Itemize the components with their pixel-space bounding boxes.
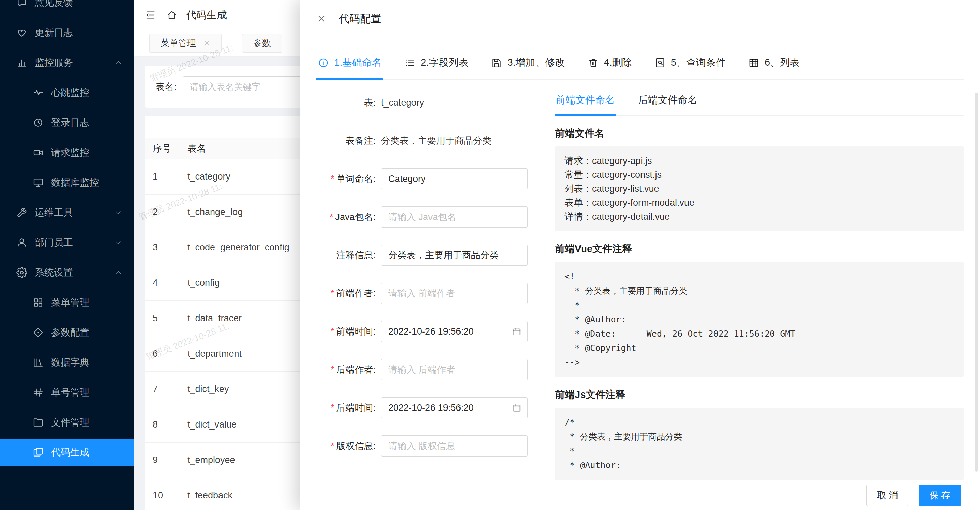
step-tab-label: 1.基础命名 bbox=[334, 56, 382, 70]
table-remark-label: 表备注: bbox=[345, 135, 375, 147]
required-mark: * bbox=[329, 212, 333, 222]
preview-tab-0[interactable]: 前端文件命名 bbox=[555, 92, 616, 115]
changelog-heart-icon bbox=[16, 27, 27, 38]
backend-time-input[interactable] bbox=[381, 397, 528, 418]
preview-line: * @Author: bbox=[565, 312, 954, 327]
backend-author-input[interactable] bbox=[381, 359, 528, 380]
sidebar-item-file-manage[interactable]: 文件管理 bbox=[0, 409, 134, 436]
step-tab-label: 3.增加、修改 bbox=[507, 56, 565, 70]
step-tab-1[interactable]: 1.基础命名 bbox=[316, 51, 383, 79]
heartbeat-icon bbox=[33, 87, 44, 98]
workspace-tab-label: 参数 bbox=[253, 37, 271, 49]
sidebar-item-monitor-service[interactable]: 监控服务 bbox=[0, 49, 134, 76]
login-log-icon bbox=[33, 117, 44, 128]
sidebar-item-login-log[interactable]: 登录日志 bbox=[0, 109, 134, 136]
sidebar-item-label: 运维工具 bbox=[35, 206, 73, 219]
preview-section-box: <!-- * 分类表，主要用于商品分类 * * @Author: * @Date… bbox=[555, 262, 964, 377]
row-index-cell: 2 bbox=[145, 194, 179, 230]
home-icon[interactable] bbox=[166, 10, 177, 21]
sidebar-item-label: 系统设置 bbox=[35, 266, 73, 279]
sidebar-item-feedback[interactable]: 意见反馈 bbox=[0, 0, 134, 16]
save-button[interactable]: 保 存 bbox=[919, 485, 961, 506]
code-generate-icon bbox=[33, 447, 44, 458]
preview-line: 详情：category-detail.vue bbox=[565, 210, 954, 224]
sidebar-item-changelog-heart[interactable]: 更新日志 bbox=[0, 19, 134, 46]
frontend-author-input[interactable] bbox=[381, 283, 528, 304]
form-row-backend-author: *后端作者: bbox=[316, 359, 528, 380]
step-tab-5[interactable]: 5、查询条件 bbox=[653, 51, 727, 79]
table-label: 表: bbox=[364, 97, 375, 109]
drawer-body: 1.基础命名2.字段列表3.增加、修改4.删除5、查询条件6、列表 表:t_ca… bbox=[300, 38, 980, 480]
chevron-down-icon bbox=[115, 209, 122, 216]
chevron-up-icon bbox=[115, 59, 122, 67]
database-monitor-icon bbox=[33, 177, 44, 188]
sidebar-item-settings-gear[interactable]: 系统设置 bbox=[0, 259, 134, 286]
copyright-info-input[interactable] bbox=[381, 435, 528, 456]
row-index-cell: 3 bbox=[145, 230, 179, 265]
preview-line: * @Copyright bbox=[565, 341, 954, 355]
row-index-cell: 9 bbox=[145, 442, 179, 478]
table-remark-row: 表备注:分类表，主要用于商品分类 bbox=[316, 130, 528, 151]
sidebar-item-code-generate[interactable]: 代码生成 bbox=[0, 439, 134, 466]
menu-manage-icon bbox=[33, 297, 44, 308]
sidebar-item-data-dict[interactable]: 数据字典 bbox=[0, 349, 134, 376]
workspace-tab[interactable]: 参数 bbox=[242, 34, 282, 53]
sidebar-item-request-monitor[interactable]: 请求监控 bbox=[0, 139, 134, 166]
table-remark-value: 分类表，主要用于商品分类 bbox=[381, 135, 492, 147]
sidebar-item-label: 数据库监控 bbox=[51, 176, 99, 189]
sidebar-item-heartbeat[interactable]: 心跳监控 bbox=[0, 79, 134, 106]
field-label: 单词命名: bbox=[336, 173, 375, 185]
sidebar-item-serial-number[interactable]: 单号管理 bbox=[0, 379, 134, 406]
menu-collapse-icon[interactable] bbox=[145, 10, 156, 21]
tab-close-icon[interactable] bbox=[204, 40, 210, 47]
required-mark: * bbox=[331, 364, 334, 375]
drawer-header: 代码配置 bbox=[300, 0, 980, 38]
settings-gear-icon bbox=[16, 267, 27, 278]
form-row-frontend-author: *前端作者: bbox=[316, 283, 528, 304]
form-row-copyright-info: *版权信息: bbox=[316, 435, 528, 456]
sidebar-item-label: 菜单管理 bbox=[51, 296, 89, 309]
sidebar-item-label: 登录日志 bbox=[51, 116, 89, 129]
sidebar-item-database-monitor[interactable]: 数据库监控 bbox=[0, 169, 134, 196]
sidebar-item-label: 监控服务 bbox=[35, 56, 73, 69]
sidebar-item-label: 数据字典 bbox=[51, 356, 89, 369]
frontend-time-input[interactable] bbox=[381, 321, 528, 342]
preview-tab-label: 后端文件命名 bbox=[638, 94, 697, 105]
workspace-tab[interactable]: 菜单管理 bbox=[149, 34, 221, 53]
sidebar-item-menu-manage[interactable]: 菜单管理 bbox=[0, 289, 134, 316]
list-icon bbox=[404, 57, 415, 68]
feedback-icon bbox=[16, 0, 27, 8]
calendar-icon bbox=[512, 327, 522, 336]
step-tab-4[interactable]: 4.删除 bbox=[586, 51, 633, 79]
sidebar-item-label: 心跳监控 bbox=[51, 86, 89, 99]
step-tab-2[interactable]: 2.字段列表 bbox=[403, 51, 470, 79]
cancel-button[interactable]: 取 消 bbox=[867, 485, 909, 506]
preview-line: --> bbox=[565, 355, 954, 370]
preview-tab-1[interactable]: 后端文件命名 bbox=[638, 92, 698, 115]
monitor-service-icon bbox=[16, 57, 27, 68]
preview-section-box: /* * 分类表，主要用于商品分类 * * @Author: bbox=[555, 408, 964, 480]
field-label: 后端时间: bbox=[336, 402, 375, 414]
row-index-cell: 6 bbox=[145, 336, 179, 371]
step-tab-3[interactable]: 3.增加、修改 bbox=[490, 51, 566, 79]
delete-icon bbox=[588, 57, 599, 68]
drawer-close-icon[interactable] bbox=[316, 14, 326, 24]
form-row-word-name: *单词命名: bbox=[316, 168, 528, 189]
field-label: 后端作者: bbox=[336, 364, 375, 376]
sidebar-item-ops-tools[interactable]: 运维工具 bbox=[0, 199, 134, 226]
sidebar-item-department-staff[interactable]: 部门员工 bbox=[0, 229, 134, 256]
preview-section-heading: 前端Vue文件注释 bbox=[555, 242, 964, 256]
sidebar-item-param-config[interactable]: 参数配置 bbox=[0, 319, 134, 346]
preview-line: 列表：category-list.vue bbox=[565, 182, 954, 196]
java-package-input[interactable] bbox=[381, 207, 528, 227]
word-name-input[interactable] bbox=[381, 168, 528, 189]
drawer-scrollbar[interactable] bbox=[975, 93, 978, 472]
step-tab-6[interactable]: 6、列表 bbox=[747, 51, 801, 79]
form-row-frontend-time: *前端时间: bbox=[316, 321, 528, 342]
comment-info-input[interactable] bbox=[381, 245, 528, 266]
preview-tabs: 前端文件命名后端文件命名 bbox=[555, 92, 964, 116]
sidebar-item-label: 代码生成 bbox=[51, 446, 89, 459]
preview-line: <!-- bbox=[565, 270, 954, 284]
steps-bar: 1.基础命名2.字段列表3.增加、修改4.删除5、查询条件6、列表 bbox=[316, 51, 964, 80]
required-mark: * bbox=[331, 326, 334, 337]
